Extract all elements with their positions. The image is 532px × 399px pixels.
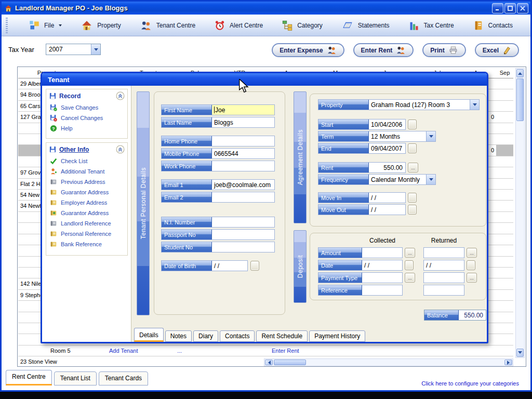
toolbar-item-tenant-centre[interactable]: Tenant Centre	[140, 20, 195, 31]
dialog-tab[interactable]: Notes	[165, 330, 192, 342]
email2-field[interactable]	[212, 192, 274, 202]
sidebar-item-personal-reference[interactable]: Personal Reference	[46, 229, 127, 239]
move-out-field[interactable]: / /	[369, 205, 405, 215]
sidebar-item-previous-address[interactable]: Previous Address	[46, 177, 127, 187]
dialog-titlebar[interactable]: Tenant	[42, 73, 487, 86]
date-returned-picker-button[interactable]	[467, 260, 475, 270]
sidebar-item-additional-tenant[interactable]: Additional Tenant	[46, 166, 127, 177]
chevron-down-icon[interactable]	[470, 100, 479, 110]
sidebar-item-landlord-reference[interactable]: Landlord Reference	[46, 218, 127, 229]
first-name-field[interactable]: Joe	[212, 105, 274, 115]
tax-year-select[interactable]: 2007	[46, 44, 101, 55]
sidebar-item-employer-address[interactable]: Employer Address	[46, 197, 127, 208]
last-name-field[interactable]: Bloggs	[212, 117, 274, 127]
horizontal-scroll-thumb[interactable]	[274, 360, 306, 365]
amount-returned-more-button[interactable]: ...	[467, 248, 477, 258]
sidebar-item-check-list[interactable]: Check List	[46, 156, 127, 166]
move-in-field[interactable]: / /	[369, 193, 405, 203]
payment-type-collected-more-button[interactable]: ...	[405, 273, 415, 283]
dialog-tab[interactable]: Details	[134, 328, 164, 342]
scroll-down-button[interactable]	[516, 349, 524, 357]
more-link[interactable]: ...	[177, 348, 182, 354]
window-titlebar[interactable]: Landlord Manager PO - Joe Bloggs	[2, 2, 530, 15]
rent-more-button[interactable]: ...	[408, 163, 418, 172]
reference-collected-field[interactable]	[362, 285, 402, 295]
collapse-section-button[interactable]	[116, 91, 125, 100]
dialog-tab[interactable]: Payment History	[309, 330, 365, 342]
reference-returned-field[interactable]	[423, 285, 464, 296]
ni-number-field[interactable]	[212, 217, 274, 227]
work-phone-field[interactable]	[212, 161, 274, 171]
student-no-field[interactable]	[212, 242, 274, 252]
date-picker-button[interactable]	[250, 261, 259, 271]
payment-type-collected-field[interactable]	[362, 273, 402, 283]
toolbar-item-file[interactable]: File	[29, 20, 62, 31]
sidebar-item-guarantor-address-2[interactable]: Guarantor Address	[46, 208, 127, 218]
sidebar-item-guarantor-address[interactable]: Guarantor Address	[46, 187, 127, 197]
add-tenant-link[interactable]: Add Tenant	[109, 348, 138, 354]
scroll-left-button[interactable]	[265, 360, 273, 365]
excel-button[interactable]: Excel	[475, 43, 519, 57]
toolbar-grip[interactable]	[6, 18, 8, 33]
payment-type-returned-more-button[interactable]: ...	[467, 273, 477, 283]
scroll-up-button[interactable]	[516, 69, 524, 77]
vertical-scroll-thumb[interactable]	[516, 78, 524, 121]
frequency-select[interactable]: Calendar Monthly	[369, 175, 435, 184]
chevron-down-icon[interactable]	[426, 175, 435, 184]
print-button[interactable]: Print	[422, 43, 466, 57]
enter-rent-button[interactable]: Enter Rent	[353, 43, 414, 57]
enter-expense-button[interactable]: Enter Expense	[272, 43, 344, 57]
toolbar-item-tax-centre[interactable]: Tax Centre	[409, 20, 454, 31]
end-field[interactable]: 09/04/2007	[369, 143, 405, 153]
amount-collected-more-button[interactable]: ...	[405, 248, 415, 258]
sidebar-item-help[interactable]: ? Help	[46, 123, 127, 134]
date-collected-picker-button[interactable]	[405, 260, 414, 270]
toolbar-item-statements[interactable]: Statements	[342, 20, 390, 31]
vertical-scrollbar[interactable]	[515, 68, 525, 358]
chevron-down-icon[interactable]	[91, 44, 100, 55]
mobile-phone-field[interactable]: 0665544	[212, 149, 274, 158]
agreement-details-strip[interactable]: Agreement Details	[294, 91, 307, 223]
close-button[interactable]	[517, 3, 528, 14]
sidebar-item-bank-reference[interactable]: Bank Reference	[46, 239, 127, 249]
chevron-down-icon[interactable]	[426, 131, 435, 141]
toolbar-item-category[interactable]: Category	[282, 20, 323, 31]
record-section-header[interactable]: Record	[46, 89, 127, 102]
property-select[interactable]: Graham Road (127) Room 3	[369, 100, 479, 110]
home-phone-field[interactable]	[212, 136, 274, 146]
amount-collected-field[interactable]	[362, 248, 402, 258]
date-returned-field[interactable]: / /	[423, 260, 464, 271]
sidebar-item-save-changes[interactable]: Save Changes	[46, 102, 127, 113]
scroll-right-button[interactable]	[504, 360, 512, 365]
date-picker-button[interactable]	[408, 205, 417, 215]
deposit-strip[interactable]: Deposit	[294, 230, 307, 303]
horizontal-scrollbar[interactable]	[264, 358, 513, 366]
payment-type-returned-field[interactable]	[423, 272, 464, 283]
start-field[interactable]: 10/04/2006	[369, 119, 405, 129]
date-picker-button[interactable]	[408, 119, 417, 129]
amount-returned-field[interactable]	[423, 247, 464, 258]
dialog-tab[interactable]: Rent Schedule	[256, 330, 308, 342]
maximize-button[interactable]	[504, 3, 516, 14]
minimize-button[interactable]	[492, 3, 503, 14]
collapse-section-button[interactable]	[116, 145, 125, 154]
other-info-section-header[interactable]: Other Info	[46, 143, 127, 156]
email1-field[interactable]: joeb@coolmale.com	[212, 180, 274, 190]
passport-no-field[interactable]	[212, 230, 274, 240]
tenant-personal-details-strip[interactable]: Tenant Personal Details	[137, 91, 150, 315]
term-select[interactable]: 12 Months	[369, 131, 435, 141]
view-tab[interactable]: Tenant List	[54, 371, 97, 385]
table-row[interactable]: Room 5 Add Tenant ... Enter Rent	[18, 345, 513, 356]
view-tab[interactable]: Tenant Cards	[99, 371, 148, 385]
date-of-birth-field[interactable]: / /	[212, 261, 247, 271]
toolbar-item-property[interactable]: Property	[81, 20, 121, 31]
toolbar-item-alert-centre[interactable]: Alert Centre	[215, 20, 263, 31]
view-tab[interactable]: Rent Centre	[6, 370, 52, 385]
rent-field[interactable]: 550.00	[369, 163, 405, 172]
dialog-tab[interactable]: Contacts	[220, 330, 255, 342]
toolbar-item-contacts[interactable]: Contacts	[473, 20, 513, 31]
dialog-tab[interactable]: Diary	[193, 330, 218, 342]
enter-rent-link[interactable]: Enter Rent	[272, 348, 299, 354]
date-picker-button[interactable]	[408, 193, 417, 203]
sidebar-item-cancel-changes[interactable]: Cancel Changes	[46, 113, 127, 123]
